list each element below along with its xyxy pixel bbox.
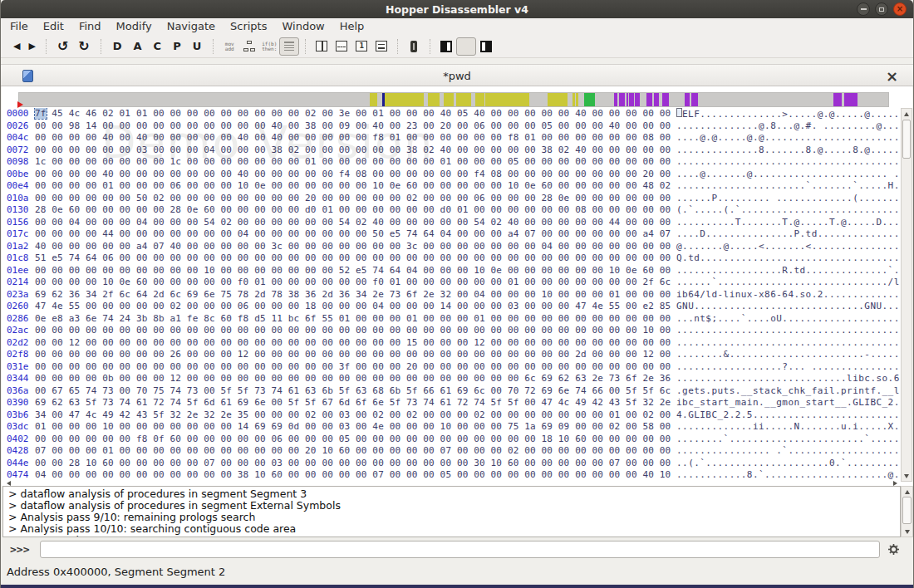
hex-row[interactable]: 042807 00 00 00 01 00 00 00 00 00 00 00 …: [3, 445, 901, 458]
pseudocode-view-button[interactable]: if(b)then:: [259, 37, 279, 56]
hex-row[interactable]: 01ee00 00 00 00 00 00 00 00 00 00 10 00 …: [3, 265, 901, 277]
minimap-segment-purple[interactable]: [691, 93, 698, 106]
minimap-segment-purple[interactable]: [646, 93, 652, 106]
scroll-down-icon[interactable]: [902, 527, 912, 537]
hex-ascii[interactable]: ..................R.td..............`.: [676, 265, 900, 277]
menu-item-file[interactable]: File: [2, 18, 36, 35]
scrollbar-thumb[interactable]: [902, 120, 911, 159]
hex-row[interactable]: 036a00 67 65 74 73 00 70 75 74 73 00 5f …: [3, 385, 901, 398]
horizontal-split-button[interactable]: [332, 37, 351, 56]
hex-row[interactable]: 021400 00 00 00 10 0e 60 00 00 00 00 00 …: [3, 277, 901, 289]
hex-ascii[interactable]: ib64/ld-linux-x86-64.so.2.............: [676, 289, 900, 301]
single-pane-button[interactable]: 1: [351, 37, 371, 56]
hex-ascii[interactable]: ..................?... ...............: [676, 361, 900, 374]
hex-bytes[interactable]: 00 00 00 00 00 00 03 00 00 00 04 00 00 0…: [35, 145, 676, 157]
minimap-segment-purple[interactable]: [614, 93, 618, 106]
hex-ascii[interactable]: 4.GLIBC_2.2.5.........................: [676, 409, 900, 422]
hex-bytes[interactable]: 00 00 00 00 40 00 00 00 00 00 00 00 40 0…: [35, 169, 676, 181]
console-input[interactable]: [40, 541, 880, 558]
hex-row[interactable]: 034400 00 00 00 0b 00 00 00 12 00 00 00 …: [3, 373, 901, 385]
hex-bytes[interactable]: 00 00 00 00 00 00 00 00 00 00 00 00 00 0…: [35, 325, 676, 337]
minimap-segment-yellow[interactable]: [444, 93, 454, 106]
toggle-left-panel-button[interactable]: [436, 37, 456, 56]
minimap-segment-yellow[interactable]: [485, 93, 529, 106]
assembly-view-button[interactable]: movadd: [219, 37, 239, 56]
hex-ascii[interactable]: ..(.`.....................0.`.........: [676, 458, 900, 470]
minimap-segment-green[interactable]: [584, 93, 595, 106]
minimap-segment-yellow[interactable]: [572, 93, 575, 106]
menu-item-window[interactable]: Window: [274, 18, 332, 35]
undo-button[interactable]: ↺: [52, 38, 73, 54]
cpu-button[interactable]: [404, 37, 424, 56]
segment-minimap[interactable]: [18, 92, 889, 107]
minimap-segment-yellow[interactable]: [576, 93, 578, 106]
hex-ascii[interactable]: ......................................: [676, 337, 900, 350]
hex-bytes[interactable]: 00 00 00 00 00 00 50 02 00 00 00 00 00 0…: [35, 193, 676, 205]
hex-bytes[interactable]: 07 00 00 00 01 00 00 00 00 00 00 00 00 0…: [35, 445, 676, 458]
transform-procedure-button[interactable]: P: [167, 38, 187, 54]
hex-ascii[interactable]: ibc_start_main.__gmon_start__.GLIBC_2.: [676, 397, 900, 409]
hex-ascii[interactable]: (.`.....(.`...........................: [676, 204, 900, 217]
minimap-segment-yellow[interactable]: [456, 93, 471, 106]
transform-ascii-button[interactable]: A: [128, 38, 148, 54]
scroll-up-icon[interactable]: [902, 109, 912, 119]
scroll-down-icon[interactable]: [902, 471, 912, 481]
hex-ascii[interactable]: GNU.............................GNU...: [676, 301, 900, 313]
hex-row[interactable]: 040200 00 00 00 00 00 f8 0f 60 00 00 00 …: [3, 434, 901, 446]
minimap-segment-yellow[interactable]: [385, 93, 424, 106]
hex-bytes[interactable]: 69 62 63 5f 73 74 61 72 74 5f 6d 61 69 6…: [35, 397, 676, 409]
minimap-segment-yellow[interactable]: [548, 93, 568, 106]
hex-editor[interactable]: Demo Version 00007f 45 4c 46 02 01 01 00…: [3, 108, 901, 482]
minimap-segment-yellow[interactable]: [428, 93, 440, 106]
minimap-segment-yellow[interactable]: [370, 93, 377, 106]
titlebar[interactable]: Hopper Disassembler v4 ×: [1, 0, 913, 18]
hex-row[interactable]: 00981c 00 00 00 00 00 00 00 1c 00 00 00 …: [3, 156, 901, 169]
hex-ascii[interactable]: ......................................: [676, 156, 900, 169]
hex-ascii[interactable]: .............ii.....N.......u.i.....X.: [676, 421, 900, 434]
hex-row[interactable]: 02ac00 00 00 00 00 00 00 00 00 00 00 00 …: [3, 325, 901, 337]
hex-bytes[interactable]: 51 e5 74 64 06 00 00 00 00 00 00 00 00 0…: [35, 252, 676, 265]
hex-bytes[interactable]: 04 00 00 00 00 00 00 00 00 00 00 00 38 1…: [35, 469, 676, 482]
hex-ascii[interactable]: ..........T.......T.@.....T.@.....D...: [676, 217, 900, 229]
hex-ascii[interactable]: ....@.......@....................... .: [676, 169, 900, 181]
hex-row[interactable]: 031e00 00 00 00 00 00 00 00 00 00 00 00 …: [3, 361, 901, 374]
hex-bytes[interactable]: 00 00 00 00 00 00 00 00 00 00 10 00 00 0…: [35, 265, 676, 277]
tab-title[interactable]: *pwd: [1, 65, 913, 87]
hex-ascii[interactable]: ......`............................./l: [676, 277, 900, 289]
hex-bytes[interactable]: 7f 45 4c 46 02 01 01 00 00 00 00 00 00 0…: [35, 108, 676, 120]
hex-row[interactable]: 047404 00 00 00 00 00 00 00 00 00 00 00 …: [3, 469, 901, 482]
hex-row[interactable]: 00e400 00 00 00 01 00 00 00 06 00 00 00 …: [3, 180, 901, 193]
minimap-segment-purple[interactable]: [619, 93, 626, 106]
hex-ascii[interactable]: ................ .`...................: [676, 445, 900, 458]
hex-row[interactable]: 015600 00 04 00 00 00 04 00 00 00 54 02 …: [3, 217, 901, 229]
hex-ascii[interactable]: ....D...............P.td..............: [676, 228, 900, 241]
hex-ascii[interactable]: ........&.......................-.....: [676, 349, 900, 361]
menu-item-scripts[interactable]: Scripts: [223, 18, 274, 35]
hex-bytes[interactable]: 00 00 28 10 60 00 00 00 00 00 07 00 00 0…: [35, 458, 676, 470]
hex-bytes[interactable]: 00 00 00 00 00 00 00 00 00 00 00 00 00 0…: [35, 361, 676, 374]
toggle-right-panel-button[interactable]: [476, 37, 496, 56]
hex-row[interactable]: 02f800 00 00 00 00 00 00 00 26 00 00 00 …: [3, 349, 901, 361]
hex-ascii[interactable]: .............................libc.so.6: [676, 373, 900, 385]
hex-row[interactable]: 007200 00 00 00 00 00 03 00 00 00 04 00 …: [3, 145, 901, 157]
hex-bytes[interactable]: 00 00 00 00 44 00 00 00 00 00 00 00 04 0…: [35, 228, 676, 241]
navigate-back-button[interactable]: ◀: [9, 39, 24, 53]
minimap-segment-purple[interactable]: [629, 93, 634, 106]
hex-bytes[interactable]: 00 00 00 00 10 0e 60 00 00 00 00 00 f0 0…: [35, 277, 676, 289]
menu-item-find[interactable]: Find: [71, 18, 109, 35]
hex-bytes[interactable]: 00 67 65 74 73 00 70 75 74 73 00 5f 5f 7…: [35, 385, 676, 398]
hex-row[interactable]: 013028 0e 60 00 00 00 00 00 28 0e 60 00 …: [3, 204, 901, 217]
hex-ascii[interactable]: ....@.@.....@.@.......................: [676, 132, 900, 145]
hex-vertical-scrollbar[interactable]: [901, 108, 912, 482]
menu-item-navigate[interactable]: Navigate: [160, 18, 223, 35]
hex-ascii[interactable]: Q.td..................................: [676, 252, 900, 265]
toggle-bottom-panel-button[interactable]: [456, 37, 476, 56]
hex-bytes[interactable]: 00 00 00 00 01 00 00 00 06 00 00 00 10 0…: [35, 180, 676, 193]
minimap-segment-purple[interactable]: [654, 93, 659, 106]
hex-view-button[interactable]: [279, 37, 299, 56]
minimap-segment-purple[interactable]: [833, 93, 842, 106]
hex-row[interactable]: 03dc01 00 00 00 10 00 00 00 00 00 00 00 …: [3, 421, 901, 434]
hex-row[interactable]: 017c00 00 00 00 44 00 00 00 00 00 00 00 …: [3, 228, 901, 241]
table-view-button[interactable]: [371, 37, 391, 56]
split-view-button[interactable]: [312, 37, 332, 56]
